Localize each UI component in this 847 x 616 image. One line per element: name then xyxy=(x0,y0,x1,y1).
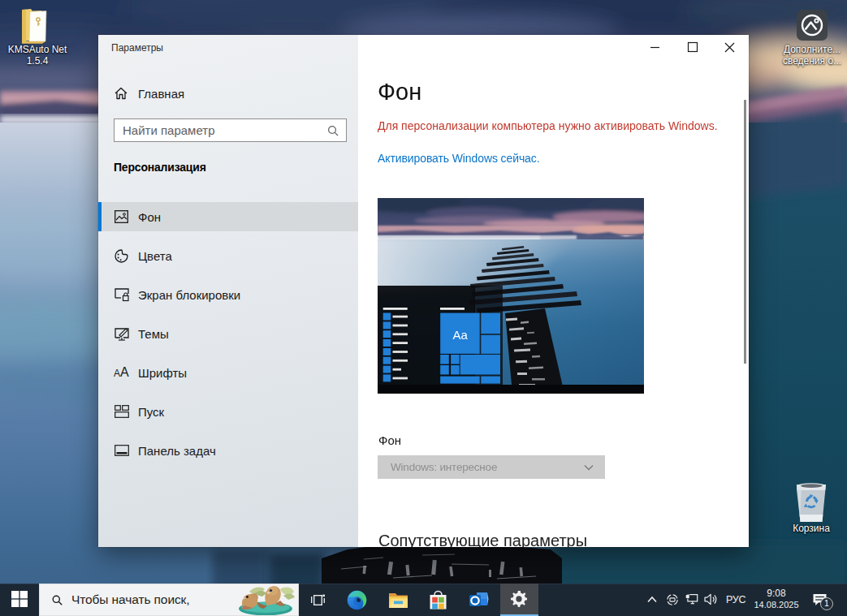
svg-text:Aa: Aa xyxy=(453,328,469,342)
